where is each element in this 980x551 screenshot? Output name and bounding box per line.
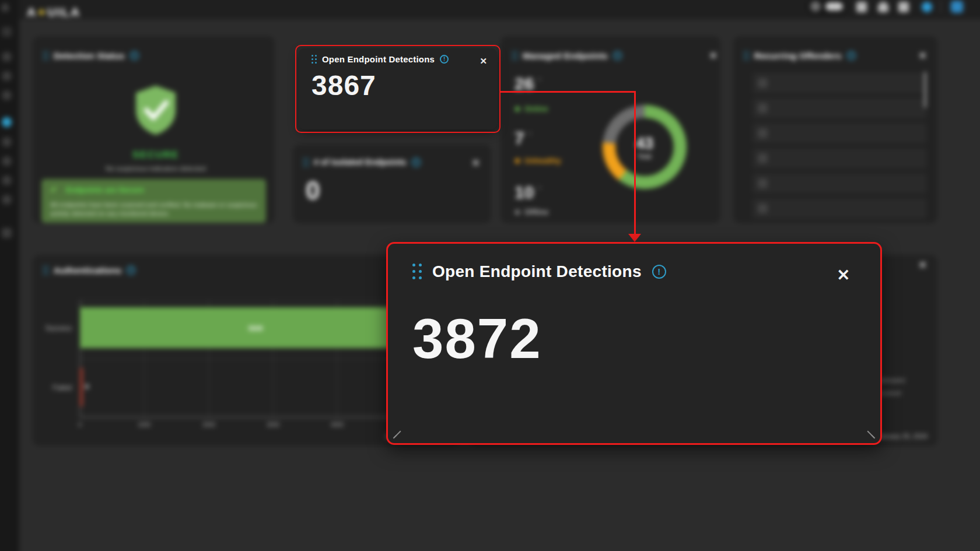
resize-handle-icon[interactable] [393,429,402,438]
annotation-overlay: Open Endpoint Detections ! ✕ 3867 Open E… [0,0,980,551]
annotation-arrow [501,91,636,93]
annotation-arrow [634,91,636,235]
drag-handle-icon[interactable] [412,264,422,280]
dashboard: A✦UILA ⌂ Detection Status ! [0,0,980,551]
open-detections-value: 3872 [412,307,542,371]
resize-handle-icon[interactable] [866,429,876,438]
card-title: Open Endpoint Detections [432,262,642,281]
info-icon[interactable]: ! [652,265,666,279]
annotation-arrowhead-icon [628,234,641,242]
close-icon[interactable]: ✕ [836,266,850,285]
highlight-rectangle [295,45,501,133]
open-detections-card-zoomed[interactable]: Open Endpoint Detections ! ✕ 3872 [386,242,882,445]
open-detections-zoom-header: Open Endpoint Detections ! [412,262,666,281]
